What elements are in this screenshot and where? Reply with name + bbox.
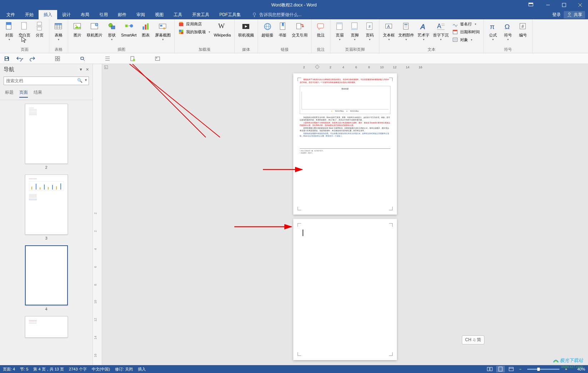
search-dropdown-icon[interactable]: ▼ xyxy=(84,78,88,82)
pictures-button[interactable]: 图片 xyxy=(70,20,85,46)
login-link[interactable]: 登录 xyxy=(552,12,561,18)
thumb-page-5[interactable]: ━━━━━━━━━━━━━━━━━━━━━━━━━━━━━━━━━ xyxy=(25,316,68,338)
redo-icon[interactable] xyxy=(29,55,36,63)
shapes-button[interactable]: 形状▾ xyxy=(105,20,119,46)
vertical-ruler[interactable]: 2 2 4 6 8 10 12 14 16 xyxy=(93,64,102,366)
drop-cap-button[interactable]: A首字下沉▾ xyxy=(432,20,450,46)
undo-icon[interactable]: ▾ xyxy=(16,55,24,63)
tab-view[interactable]: 视图 xyxy=(150,10,169,19)
status-insert-mode[interactable]: 插入 xyxy=(138,367,146,372)
wordart-button[interactable]: A艺术字▾ xyxy=(416,20,431,46)
tab-layout[interactable]: 布局 xyxy=(76,10,94,19)
ribbon-display-options-icon[interactable] xyxy=(524,0,538,10)
tab-review[interactable]: 审阅 xyxy=(131,10,150,19)
quick-parts-button[interactable]: 文档部件▾ xyxy=(397,20,415,46)
signature-line-button[interactable]: 签名行▾ xyxy=(451,20,481,28)
cross-reference-button[interactable]: 交叉引用 xyxy=(290,20,309,46)
nav-dropdown-icon[interactable]: ▼ xyxy=(79,67,83,72)
para-intro: 视频提供了功能强大的方法帮助您证明您的观点。当您单击联机视频时，可以在想要添加的… xyxy=(300,78,389,83)
thumb-page-2[interactable]: ━━━━━━━━━━━━━━━━━━━━━━━━━━━━━━━━━━━━━━━━… xyxy=(25,104,68,164)
header-button[interactable]: 页眉▾ xyxy=(333,20,347,46)
svg-rect-94 xyxy=(490,367,492,371)
online-pictures-button[interactable]: 联机图片 xyxy=(85,20,104,46)
thumb-page-4[interactable] xyxy=(25,245,68,305)
read-mode-icon[interactable] xyxy=(485,366,494,372)
text-box-button[interactable]: A文本框▾ xyxy=(382,20,396,46)
footnote-1: office 全部操作一遍，熟才能巧生巧。 xyxy=(301,150,325,152)
svg-rect-30 xyxy=(147,23,149,30)
close-button[interactable] xyxy=(572,0,588,10)
svg-rect-19 xyxy=(55,23,62,25)
nav-thumbnails[interactable]: ━━━━━━━━━━━━━━━━━━━━━━━━━━━━━━━━━━━━━━━━… xyxy=(0,100,93,366)
document-page-4[interactable] xyxy=(293,219,397,360)
tab-home[interactable]: 开始 xyxy=(20,10,39,19)
blank-page-button[interactable]: 空白页 xyxy=(17,20,32,46)
search-input[interactable] xyxy=(4,77,89,85)
nav-tab-pages[interactable]: 页面 xyxy=(19,89,28,98)
status-page[interactable]: 页面: 4 xyxy=(3,367,15,372)
thumb-page-3[interactable]: ━━━━━━━━━━━ ━━━━━━━━━━━━━━━━━━━━━━━━━━━━… xyxy=(25,175,68,235)
svg-rect-38 xyxy=(181,32,183,34)
nav-close-icon[interactable]: ✕ xyxy=(86,67,89,72)
svg-rect-46 xyxy=(317,24,324,28)
online-video-button[interactable]: 联机视频 xyxy=(237,20,255,46)
number-button[interactable]: #编号 xyxy=(516,20,530,46)
chart-button[interactable]: 图表 xyxy=(139,20,153,46)
svg-text:Ω: Ω xyxy=(504,23,509,30)
symbol-button[interactable]: Ω符号▾ xyxy=(501,20,515,46)
svg-rect-1 xyxy=(529,3,533,4)
tab-references[interactable]: 引用 xyxy=(94,10,113,19)
status-page-of[interactable]: 第 4 页，共 13 页 xyxy=(33,367,64,372)
document-page-3[interactable]: 视频提供了功能强大的方法帮助您证明您的观点。当您单击联机视频时，可以在想要添加的… xyxy=(293,73,397,215)
tab-design[interactable]: 设计 xyxy=(57,10,76,19)
tab-insert[interactable]: 插入 xyxy=(39,10,57,19)
status-words[interactable]: 2743 个字 xyxy=(69,367,87,372)
table-button[interactable]: 表格▾ xyxy=(51,20,66,46)
my-addins-button[interactable]: 我的加载项▾ xyxy=(177,28,211,36)
web-layout-icon[interactable] xyxy=(507,366,515,372)
comment-button[interactable]: 批注 xyxy=(314,20,328,46)
window-controls xyxy=(540,0,588,10)
bookmark-button[interactable]: 书签 xyxy=(275,20,290,46)
tab-pdf[interactable]: PDF工具集 xyxy=(214,10,246,19)
equation-button[interactable]: π公式▾ xyxy=(486,20,500,46)
share-button[interactable]: 共享 xyxy=(564,11,585,19)
footer-button[interactable]: 页脚▾ xyxy=(348,20,362,46)
wikipedia-button[interactable]: WWikipedia xyxy=(212,20,232,46)
hyperlink-button[interactable]: 超链接 xyxy=(260,20,275,46)
touch-mode-icon[interactable] xyxy=(54,55,61,63)
ribbon-group-addins: 应用商店 我的加载项▾ WWikipedia 加载项 xyxy=(175,19,235,53)
zoom-slider[interactable] xyxy=(527,369,559,370)
cover-page-button[interactable]: 封面▾ xyxy=(2,20,16,46)
tab-file[interactable]: 文件 xyxy=(1,10,20,19)
page-break-button[interactable]: 分页 xyxy=(33,20,47,46)
save-icon[interactable] xyxy=(3,55,11,63)
spacing-icon[interactable] xyxy=(104,55,111,63)
status-language[interactable]: 中文(中国) xyxy=(92,367,110,372)
screenshot-button[interactable]: 屏幕截图▾ xyxy=(154,20,172,46)
status-section[interactable]: 节: 5 xyxy=(20,367,28,372)
form-icon[interactable] xyxy=(154,55,161,63)
document-scroll[interactable]: 视频提供了功能强大的方法帮助您证明您的观点。当您单击联机视频时，可以在想要添加的… xyxy=(102,64,588,366)
store-button[interactable]: 应用商店 xyxy=(177,20,211,28)
print-preview-icon[interactable] xyxy=(79,55,86,63)
status-track[interactable]: 修订: 关闭 xyxy=(115,367,133,372)
new-doc-icon[interactable]: + xyxy=(129,55,136,63)
ime-indicator[interactable]: CH ♫ 简 xyxy=(462,335,484,344)
tab-mailings[interactable]: 邮件 xyxy=(113,10,131,19)
object-button[interactable]: 对象▾ xyxy=(451,36,481,44)
nav-tab-results[interactable]: 结果 xyxy=(34,89,42,98)
page-number-button[interactable]: #页码▾ xyxy=(363,20,377,46)
tell-me-search[interactable]: 告诉我您想要做什么... xyxy=(252,10,302,19)
search-icon[interactable]: 🔍 xyxy=(77,78,83,83)
date-time-button[interactable]: 日期和时间 xyxy=(451,28,481,36)
tab-developer[interactable]: 开发工具 xyxy=(187,10,214,19)
tab-tools[interactable]: 工具 xyxy=(169,10,187,19)
print-layout-icon[interactable] xyxy=(496,366,505,372)
annotation-arrow xyxy=(234,223,295,230)
zoom-out-icon[interactable]: − xyxy=(518,367,523,371)
maximize-button[interactable] xyxy=(556,0,572,10)
nav-tab-headings[interactable]: 标题 xyxy=(5,89,14,98)
smartart-button[interactable]: SmartArt xyxy=(120,20,138,46)
minimize-button[interactable] xyxy=(540,0,556,10)
